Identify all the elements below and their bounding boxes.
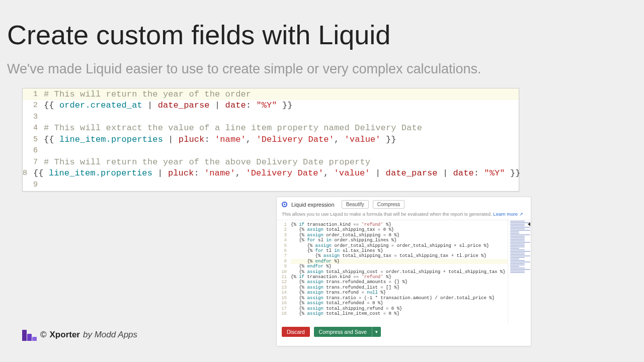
code-line: 2{{ order.created_at | date_parse | date… xyxy=(23,100,519,112)
code-line: 3 xyxy=(23,111,519,123)
xporter-logo-icon xyxy=(22,329,37,341)
save-split-button[interactable]: Compress and Save ▼ xyxy=(314,327,381,337)
save-dropdown-caret-icon[interactable]: ▼ xyxy=(372,327,381,337)
code-line: 9 xyxy=(23,179,519,191)
product-name: Xporter xyxy=(50,330,80,340)
code-block-main: 1# This will return the year of the orde… xyxy=(22,88,519,192)
slide-subtitle: We've made Liquid easier to use to creat… xyxy=(7,61,481,77)
external-icon: ↗ xyxy=(519,212,523,217)
compress-and-save-button[interactable]: Compress and Save xyxy=(314,327,372,337)
code-line: 6 xyxy=(23,145,519,157)
code-line: 8{{ line_item.properties | pluck: 'name'… xyxy=(23,168,519,179)
hint-text: This allows you to use Liquid to make a … xyxy=(277,210,531,220)
radio-liquid-expression[interactable] xyxy=(282,202,287,207)
discard-button[interactable]: Discard xyxy=(282,327,310,337)
learn-more-link[interactable]: Learn more ↗ xyxy=(493,211,523,217)
slide-title: Create custom fields with Liquid xyxy=(7,19,390,50)
compress-button[interactable]: Compress xyxy=(373,200,405,209)
mini-code[interactable]: {% if transaction.kind == 'refund' %} {%… xyxy=(290,220,508,323)
copyright: © xyxy=(40,330,47,340)
mini-gutter: 1 2 3 4 5 6 7 8 9 10 11 12 13 14 15 16 1… xyxy=(277,220,290,323)
minimap[interactable] xyxy=(508,220,531,323)
beautify-button[interactable]: Beautify xyxy=(342,200,369,209)
radio-label: Liquid expression xyxy=(291,202,335,208)
byline: by Modd Apps xyxy=(83,330,137,340)
code-line: 7# This will return the year of the abov… xyxy=(23,156,519,168)
code-line: 4# This will extract the value of a line… xyxy=(23,123,519,134)
minimap-caret-icon xyxy=(528,222,530,226)
code-line: 1# This will return the year of the orde… xyxy=(23,88,519,100)
footer: © Xporter by Modd Apps xyxy=(22,329,137,341)
code-line: 5{{ line_item.properties | pluck: 'name'… xyxy=(23,134,519,145)
liquid-editor-panel: Liquid expression Beautify Compress This… xyxy=(276,197,531,346)
